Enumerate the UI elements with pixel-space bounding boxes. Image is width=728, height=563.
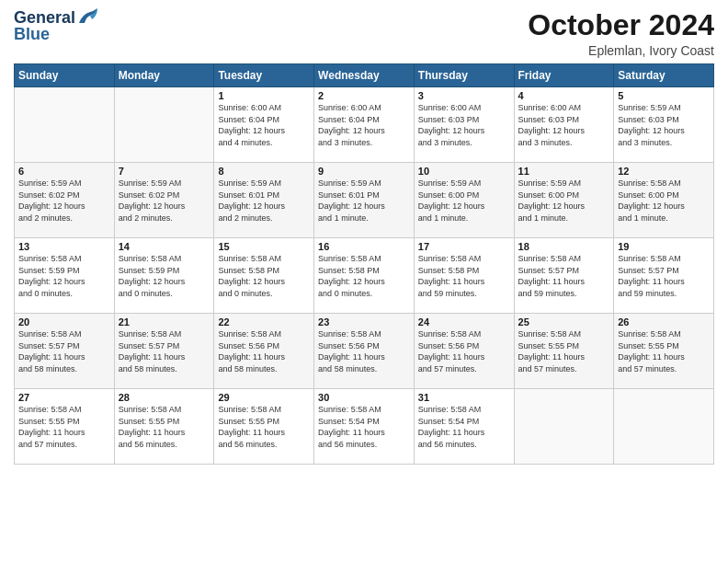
weekday-header-row: Sunday Monday Tuesday Wednesday Thursday… (15, 64, 714, 87)
calendar-cell: 3Sunrise: 6:00 AM Sunset: 6:03 PM Daylig… (414, 87, 514, 163)
day-number: 13 (18, 241, 110, 252)
day-number: 1 (218, 90, 310, 101)
calendar-page: General Blue October 2024 Eplemlan, Ivor… (0, 0, 728, 563)
day-number: 27 (18, 392, 110, 403)
day-info: Sunrise: 5:58 AM Sunset: 5:56 PM Dayligh… (318, 328, 410, 374)
day-number: 24 (418, 316, 510, 327)
day-number: 6 (18, 166, 110, 177)
calendar-cell: 11Sunrise: 5:59 AM Sunset: 6:00 PM Dayli… (514, 163, 614, 238)
header: General Blue October 2024 Eplemlan, Ivor… (14, 9, 714, 58)
calendar-cell: 12Sunrise: 5:58 AM Sunset: 6:00 PM Dayli… (614, 163, 714, 238)
day-info: Sunrise: 5:58 AM Sunset: 5:55 PM Dayligh… (218, 404, 310, 450)
calendar-cell: 1Sunrise: 6:00 AM Sunset: 6:04 PM Daylig… (214, 87, 314, 163)
calendar-cell: 21Sunrise: 5:58 AM Sunset: 5:57 PM Dayli… (114, 314, 214, 389)
day-number: 7 (119, 166, 210, 177)
calendar-cell: 31Sunrise: 5:58 AM Sunset: 5:54 PM Dayli… (414, 389, 514, 465)
calendar-cell (514, 389, 614, 465)
calendar-cell: 30Sunrise: 5:58 AM Sunset: 5:54 PM Dayli… (314, 389, 415, 465)
header-sunday: Sunday (15, 64, 115, 87)
day-number: 26 (618, 316, 710, 327)
day-number: 21 (119, 316, 210, 327)
day-number: 14 (119, 241, 210, 252)
header-friday: Friday (514, 64, 614, 87)
day-info: Sunrise: 5:59 AM Sunset: 6:00 PM Dayligh… (518, 178, 610, 224)
day-info: Sunrise: 5:58 AM Sunset: 5:57 PM Dayligh… (518, 253, 610, 299)
day-number: 17 (418, 241, 510, 252)
day-number: 31 (418, 392, 510, 403)
header-wednesday: Wednesday (314, 64, 415, 87)
day-number: 10 (418, 166, 510, 177)
day-info: Sunrise: 5:59 AM Sunset: 6:02 PM Dayligh… (119, 178, 210, 224)
day-info: Sunrise: 6:00 AM Sunset: 6:03 PM Dayligh… (518, 102, 610, 148)
calendar-cell: 2Sunrise: 6:00 AM Sunset: 6:04 PM Daylig… (314, 87, 415, 163)
logo-text-line2: Blue (14, 26, 50, 44)
day-info: Sunrise: 6:00 AM Sunset: 6:03 PM Dayligh… (418, 102, 510, 148)
day-info: Sunrise: 5:58 AM Sunset: 5:55 PM Dayligh… (119, 404, 210, 450)
day-info: Sunrise: 5:58 AM Sunset: 5:58 PM Dayligh… (318, 253, 410, 299)
day-info: Sunrise: 5:58 AM Sunset: 5:57 PM Dayligh… (618, 253, 710, 299)
calendar-cell: 14Sunrise: 5:58 AM Sunset: 5:59 PM Dayli… (114, 238, 214, 314)
header-monday: Monday (114, 64, 214, 87)
day-number: 30 (318, 392, 410, 403)
logo: General Blue (14, 9, 101, 44)
calendar-week-2: 6Sunrise: 5:59 AM Sunset: 6:02 PM Daylig… (15, 163, 714, 238)
calendar-cell: 7Sunrise: 5:59 AM Sunset: 6:02 PM Daylig… (114, 163, 214, 238)
calendar-cell: 18Sunrise: 5:58 AM Sunset: 5:57 PM Dayli… (514, 238, 614, 314)
day-number: 18 (518, 241, 610, 252)
calendar-cell (614, 389, 714, 465)
header-tuesday: Tuesday (214, 64, 314, 87)
day-info: Sunrise: 5:59 AM Sunset: 6:00 PM Dayligh… (418, 178, 510, 224)
title-block: October 2024 Eplemlan, Ivory Coast (528, 9, 714, 58)
day-number: 22 (218, 316, 310, 327)
day-info: Sunrise: 5:58 AM Sunset: 5:55 PM Dayligh… (518, 328, 610, 374)
calendar-cell: 25Sunrise: 5:58 AM Sunset: 5:55 PM Dayli… (514, 314, 614, 389)
calendar-week-4: 20Sunrise: 5:58 AM Sunset: 5:57 PM Dayli… (15, 314, 714, 389)
day-number: 19 (618, 241, 710, 252)
day-number: 29 (218, 392, 310, 403)
day-info: Sunrise: 5:58 AM Sunset: 5:57 PM Dayligh… (119, 328, 210, 374)
calendar-cell: 29Sunrise: 5:58 AM Sunset: 5:55 PM Dayli… (214, 389, 314, 465)
calendar-cell: 23Sunrise: 5:58 AM Sunset: 5:56 PM Dayli… (314, 314, 415, 389)
day-info: Sunrise: 5:58 AM Sunset: 5:57 PM Dayligh… (18, 328, 110, 374)
day-number: 4 (518, 90, 610, 101)
calendar-cell: 20Sunrise: 5:58 AM Sunset: 5:57 PM Dayli… (15, 314, 115, 389)
calendar-cell: 4Sunrise: 6:00 AM Sunset: 6:03 PM Daylig… (514, 87, 614, 163)
day-number: 2 (318, 90, 410, 101)
day-number: 23 (318, 316, 410, 327)
day-info: Sunrise: 5:58 AM Sunset: 5:58 PM Dayligh… (418, 253, 510, 299)
calendar-week-1: 1Sunrise: 6:00 AM Sunset: 6:04 PM Daylig… (15, 87, 714, 163)
calendar-cell: 26Sunrise: 5:58 AM Sunset: 5:55 PM Dayli… (614, 314, 714, 389)
day-info: Sunrise: 5:58 AM Sunset: 5:54 PM Dayligh… (318, 404, 410, 450)
calendar-cell (15, 87, 115, 163)
calendar-week-5: 27Sunrise: 5:58 AM Sunset: 5:55 PM Dayli… (15, 389, 714, 465)
calendar-cell: 9Sunrise: 5:59 AM Sunset: 6:01 PM Daylig… (314, 163, 415, 238)
calendar-cell: 17Sunrise: 5:58 AM Sunset: 5:58 PM Dayli… (414, 238, 514, 314)
day-info: Sunrise: 5:58 AM Sunset: 5:55 PM Dayligh… (18, 404, 110, 450)
day-number: 9 (318, 166, 410, 177)
calendar-cell (114, 87, 214, 163)
day-number: 11 (518, 166, 610, 177)
day-info: Sunrise: 5:59 AM Sunset: 6:02 PM Dayligh… (18, 178, 110, 224)
day-info: Sunrise: 5:58 AM Sunset: 5:54 PM Dayligh… (418, 404, 510, 450)
day-info: Sunrise: 6:00 AM Sunset: 6:04 PM Dayligh… (318, 102, 410, 148)
calendar-table: Sunday Monday Tuesday Wednesday Thursday… (14, 63, 714, 465)
calendar-cell: 22Sunrise: 5:58 AM Sunset: 5:56 PM Dayli… (214, 314, 314, 389)
calendar-cell: 6Sunrise: 5:59 AM Sunset: 6:02 PM Daylig… (15, 163, 115, 238)
logo-bird-icon (77, 6, 101, 27)
calendar-cell: 24Sunrise: 5:58 AM Sunset: 5:56 PM Dayli… (414, 314, 514, 389)
day-info: Sunrise: 5:59 AM Sunset: 6:01 PM Dayligh… (218, 178, 310, 224)
day-number: 12 (618, 166, 710, 177)
calendar-cell: 13Sunrise: 5:58 AM Sunset: 5:59 PM Dayli… (15, 238, 115, 314)
day-number: 25 (518, 316, 610, 327)
day-info: Sunrise: 5:59 AM Sunset: 6:01 PM Dayligh… (318, 178, 410, 224)
day-info: Sunrise: 5:59 AM Sunset: 6:03 PM Dayligh… (618, 102, 710, 148)
day-info: Sunrise: 5:58 AM Sunset: 6:00 PM Dayligh… (618, 178, 710, 224)
calendar-cell: 15Sunrise: 5:58 AM Sunset: 5:58 PM Dayli… (214, 238, 314, 314)
header-saturday: Saturday (614, 64, 714, 87)
day-info: Sunrise: 5:58 AM Sunset: 5:59 PM Dayligh… (119, 253, 210, 299)
location-subtitle: Eplemlan, Ivory Coast (528, 43, 714, 58)
day-info: Sunrise: 5:58 AM Sunset: 5:58 PM Dayligh… (218, 253, 310, 299)
calendar-cell: 5Sunrise: 5:59 AM Sunset: 6:03 PM Daylig… (614, 87, 714, 163)
calendar-cell: 28Sunrise: 5:58 AM Sunset: 5:55 PM Dayli… (114, 389, 214, 465)
day-number: 15 (218, 241, 310, 252)
